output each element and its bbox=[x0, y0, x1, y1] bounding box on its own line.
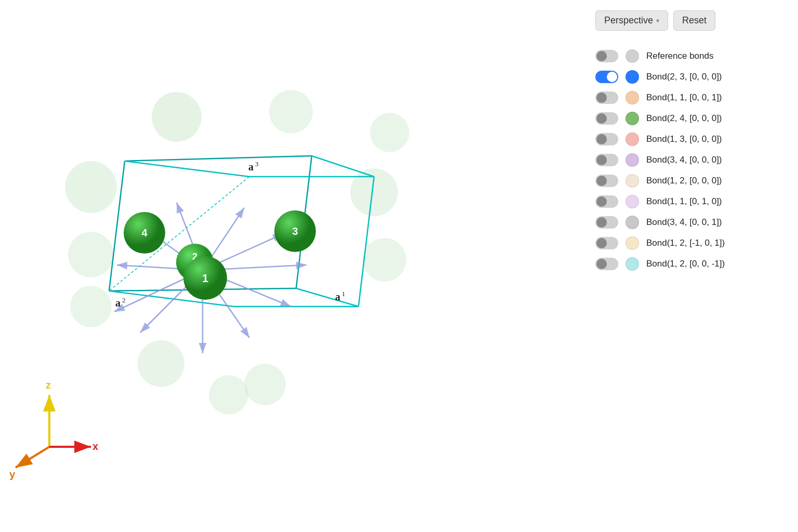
label-ref-bonds: Reference bonds bbox=[646, 51, 713, 61]
toggle-ref-bonds[interactable] bbox=[595, 50, 618, 62]
ghost-sphere bbox=[350, 168, 398, 216]
scene-svg: 4 3 2 1 bbox=[0, 0, 580, 532]
toggle-off-bond-1-2-00m1[interactable] bbox=[595, 258, 618, 270]
dot-bond-1-1-001 bbox=[626, 91, 639, 104]
controls-row: Perspective ▾ Reset bbox=[595, 10, 782, 31]
toggle-off-ref-bonds[interactable] bbox=[595, 50, 618, 62]
label-bond-1-1-010: Bond(1, 1, [0, 1, 0]) bbox=[646, 196, 722, 207]
toggle-bond-1-2-m101[interactable] bbox=[595, 237, 618, 249]
toggle-bond-3-4-000[interactable] bbox=[595, 154, 618, 166]
legend-item-bond-1-2-00m1: Bond(1, 2, [0, 0, -1]) bbox=[595, 254, 782, 274]
dot-bond-2-3-000 bbox=[626, 70, 639, 84]
label-bond-1-2-000: Bond(1, 2, [0, 0, 0]) bbox=[646, 176, 722, 186]
ghost-sphere bbox=[65, 161, 117, 213]
legend-item-bond-1-1-010: Bond(1, 1, [0, 1, 0]) bbox=[595, 192, 782, 211]
ghost-sphere bbox=[70, 286, 112, 327]
dot-bond-2-4-000 bbox=[626, 112, 639, 125]
label-bond-1-1-001: Bond(1, 1, [0, 0, 1]) bbox=[646, 92, 722, 103]
ghost-sphere bbox=[269, 90, 313, 134]
toggle-off-bond-1-1-001[interactable] bbox=[595, 91, 618, 104]
label-bond-2-3-000: Bond(2, 3, [0, 0, 0]) bbox=[646, 72, 722, 82]
toggle-bond-2-3-000[interactable] bbox=[595, 71, 618, 83]
y-axis-label: y bbox=[9, 469, 16, 480]
main-container: 4 3 2 1 bbox=[0, 0, 798, 532]
toggle-bond-2-4-000[interactable] bbox=[595, 112, 618, 125]
toggle-bond-1-1-010[interactable] bbox=[595, 195, 618, 208]
toggle-off-bond-3-4-001[interactable] bbox=[595, 216, 618, 229]
x-axis-label: x bbox=[92, 441, 98, 452]
dot-bond-1-2-00m1 bbox=[626, 257, 639, 271]
axis-a3-label: a bbox=[248, 161, 254, 172]
reset-button[interactable]: Reset bbox=[673, 10, 715, 31]
legend-item-bond-1-1-001: Bond(1, 1, [0, 0, 1]) bbox=[595, 88, 782, 108]
dot-bond-3-4-000 bbox=[626, 153, 639, 167]
perspective-arrow: ▾ bbox=[656, 17, 659, 24]
atom-4-label: 4 bbox=[141, 227, 148, 238]
toggle-off-bond-3-4-000[interactable] bbox=[595, 154, 618, 166]
legend-item-bond-2-3-000: Bond(2, 3, [0, 0, 0]) bbox=[595, 67, 782, 87]
label-bond-1-3-000: Bond(1, 3, [0, 0, 0]) bbox=[646, 134, 722, 144]
toggle-off-bond-1-2-000[interactable] bbox=[595, 175, 618, 187]
label-bond-2-4-000: Bond(2, 4, [0, 0, 0]) bbox=[646, 113, 722, 124]
dot-bond-1-2-000 bbox=[626, 174, 639, 188]
z-axis-label: z bbox=[46, 379, 51, 391]
axis-a2-label: a bbox=[115, 297, 121, 309]
ghost-sphere bbox=[370, 113, 409, 152]
ghost-sphere bbox=[68, 232, 114, 277]
ghost-sphere bbox=[209, 375, 248, 415]
toggle-bond-1-3-000[interactable] bbox=[595, 133, 618, 145]
legend-item-bond-1-2-000: Bond(1, 2, [0, 0, 0]) bbox=[595, 171, 782, 191]
toggle-on-bond-2-3-000[interactable] bbox=[595, 71, 618, 83]
label-bond-1-2-m101: Bond(1, 2, [-1, 0, 1]) bbox=[646, 238, 725, 248]
ghost-sphere bbox=[152, 92, 202, 142]
ghost-sphere bbox=[138, 340, 184, 387]
legend-item-bond-3-4-001: Bond(3, 4, [0, 0, 1]) bbox=[595, 212, 782, 232]
axis-a1-label: a bbox=[335, 291, 340, 302]
axis-a1-subscript: 1 bbox=[342, 290, 345, 298]
atom-3-label: 3 bbox=[292, 225, 298, 237]
viewport: 4 3 2 1 bbox=[0, 0, 580, 532]
perspective-label: Perspective bbox=[604, 15, 653, 26]
label-bond-3-4-001: Bond(3, 4, [0, 0, 1]) bbox=[646, 217, 722, 228]
toggle-off-bond-1-1-010[interactable] bbox=[595, 195, 618, 208]
label-bond-1-2-00m1: Bond(1, 2, [0, 0, -1]) bbox=[646, 259, 725, 269]
ghost-sphere bbox=[363, 238, 406, 282]
toggle-off-bond-2-4-000[interactable] bbox=[595, 112, 618, 125]
dot-bond-1-3-000 bbox=[626, 132, 639, 146]
toggle-bond-1-1-001[interactable] bbox=[595, 91, 618, 104]
toggle-off-bond-1-2-m101[interactable] bbox=[595, 237, 618, 249]
right-panel: Perspective ▾ Reset Reference bonds bbox=[580, 0, 798, 532]
legend-item-bond-1-3-000: Bond(1, 3, [0, 0, 0]) bbox=[595, 129, 782, 149]
perspective-button[interactable]: Perspective ▾ bbox=[595, 10, 668, 31]
toggle-off-bond-1-3-000[interactable] bbox=[595, 133, 618, 145]
legend-item-bond-3-4-000: Bond(3, 4, [0, 0, 0]) bbox=[595, 150, 782, 170]
dot-bond-3-4-001 bbox=[626, 216, 639, 229]
legend-item-bond-2-4-000: Bond(2, 4, [0, 0, 0]) bbox=[595, 109, 782, 128]
atom-1-label: 1 bbox=[202, 272, 208, 285]
label-bond-3-4-000: Bond(3, 4, [0, 0, 0]) bbox=[646, 155, 722, 165]
dot-ref-bonds bbox=[626, 49, 639, 63]
ghost-sphere bbox=[244, 364, 286, 405]
toggle-bond-1-2-00m1[interactable] bbox=[595, 258, 618, 270]
dot-bond-1-2-m101 bbox=[626, 236, 639, 250]
axis-a3-subscript: 3 bbox=[255, 160, 259, 168]
legend-item-bond-1-2-m101: Bond(1, 2, [-1, 0, 1]) bbox=[595, 233, 782, 253]
axis-a2-subscript: 2 bbox=[122, 296, 126, 304]
reset-label: Reset bbox=[682, 15, 707, 25]
legend-list: Reference bonds Bond(2, 3, [0, 0, 0]) Bo… bbox=[595, 46, 782, 274]
toggle-bond-1-2-000[interactable] bbox=[595, 175, 618, 187]
toggle-bond-3-4-001[interactable] bbox=[595, 216, 618, 229]
dot-bond-1-1-010 bbox=[626, 195, 639, 208]
legend-item-ref-bonds: Reference bonds bbox=[595, 46, 782, 66]
